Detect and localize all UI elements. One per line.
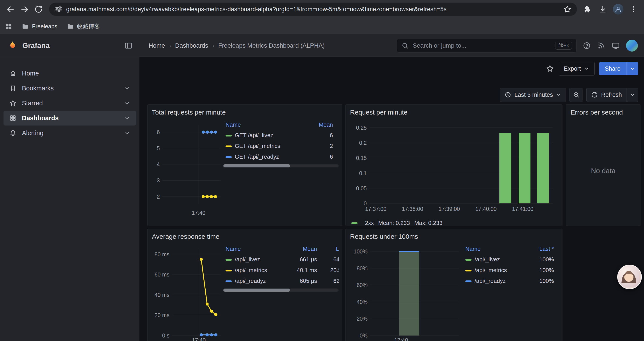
series-name[interactable]: GET /api/_readyz xyxy=(235,153,279,160)
star-outline-icon[interactable] xyxy=(546,64,554,73)
user-avatar[interactable] xyxy=(626,40,638,52)
average-response-time-legend: NameMeanLast */api/_livez661 µs646 µs/ap… xyxy=(223,243,339,341)
sidebar-item-bookmarks[interactable]: Bookmarks xyxy=(4,81,136,96)
export-button[interactable]: Export xyxy=(559,62,595,76)
time-range-picker[interactable]: Last 5 minutes xyxy=(500,88,566,102)
news-icon[interactable] xyxy=(597,42,606,50)
series-mean: Mean: 0.233 xyxy=(378,220,410,226)
share-button[interactable]: Share xyxy=(599,62,626,75)
average-response-time-chart[interactable]: 80 ms60 ms40 ms20 ms0 s17:40 xyxy=(151,243,223,341)
bookmarks-icon xyxy=(9,85,17,92)
svg-text:80 ms: 80 ms xyxy=(154,251,170,257)
forward-button[interactable] xyxy=(18,3,31,16)
series-value: 605 µs xyxy=(286,276,319,286)
dock-sidebar-icon[interactable] xyxy=(124,41,133,50)
series-name[interactable]: GET /api/_livez xyxy=(235,132,273,138)
apps-grid-icon[interactable] xyxy=(5,22,13,30)
series-name[interactable]: /api/_livez xyxy=(235,256,260,263)
url-text[interactable]: grafana.mathmast.com/d/deytv4rwavabkb/fr… xyxy=(66,6,560,13)
site-settings-icon[interactable] xyxy=(54,5,63,14)
series-name[interactable]: /api/_readyz xyxy=(235,278,266,284)
panel-title[interactable]: Requests under 100ms xyxy=(350,233,558,240)
svg-text:17:40: 17:40 xyxy=(394,337,408,341)
downloads-button[interactable] xyxy=(596,3,609,16)
bookmark-item[interactable]: Freeleaps xyxy=(18,21,61,32)
series-name[interactable]: GET /api/_metrics xyxy=(235,143,280,149)
reload-button[interactable] xyxy=(32,3,45,16)
legend-row: /api/_readyz100% xyxy=(463,276,556,286)
bookmark-star-icon[interactable] xyxy=(563,5,572,14)
legend-row: GET /api/_readyz6 xyxy=(223,151,335,162)
display-icon[interactable] xyxy=(612,42,620,50)
series-value: 646 µs xyxy=(319,254,339,265)
svg-text:3: 3 xyxy=(157,177,160,183)
series-name[interactable]: /api/_livez xyxy=(474,256,500,263)
chevron-down-icon[interactable] xyxy=(124,130,130,136)
scrollbar-thumb[interactable] xyxy=(223,288,290,292)
requests-under-100ms-legend: NameLast */api/_livez100%/api/_metrics10… xyxy=(463,243,559,341)
sidebar-item-home[interactable]: Home xyxy=(4,66,136,81)
series-color-swatch xyxy=(465,270,472,271)
sidebar-item-alerting[interactable]: Alerting xyxy=(4,126,136,140)
extensions-button[interactable] xyxy=(581,3,594,16)
zoom-out-button[interactable] xyxy=(569,88,583,102)
series-value: 2 xyxy=(308,141,335,151)
download-icon xyxy=(599,5,607,14)
series-name[interactable]: 2xx xyxy=(365,220,374,226)
grafana-logo[interactable] xyxy=(6,40,18,51)
refresh-icon xyxy=(591,91,598,98)
legend-column-header[interactable]: Last * xyxy=(529,244,556,254)
panel-average-response-time: Average response time 80 ms60 ms40 ms20 … xyxy=(147,229,342,341)
legend-column-header[interactable]: Name xyxy=(463,244,529,254)
svg-text:20 ms: 20 ms xyxy=(154,312,170,318)
search-box[interactable]: ⌘+k xyxy=(397,39,576,53)
panel-title[interactable]: Average response time xyxy=(152,233,338,240)
breadcrumb-item[interactable]: Dashboards xyxy=(175,42,208,49)
series-name[interactable]: /api/_readyz xyxy=(474,278,506,284)
request-per-minute-legend: 2xx Mean: 0.233 Max: 0.233 xyxy=(349,219,559,227)
legend-column-header[interactable]: Name xyxy=(223,244,286,254)
browser-menu-button[interactable] xyxy=(627,3,640,16)
legend-horizontal-scrollbar[interactable] xyxy=(223,288,339,292)
chevron-down-icon[interactable] xyxy=(124,85,130,91)
panel-title[interactable]: Total requests per minute xyxy=(152,109,338,116)
address-bar[interactable]: grafana.mathmast.com/d/deytv4rwavabkb/fr… xyxy=(49,3,577,16)
refresh-label: Refresh xyxy=(601,92,622,98)
sidebar-item-starred[interactable]: Starred xyxy=(4,96,136,111)
chevron-down-icon[interactable] xyxy=(124,115,130,121)
bookmark-item[interactable]: 收藏博客 xyxy=(63,21,104,32)
dashboards-icon xyxy=(9,114,17,122)
legend-column-header[interactable]: Name xyxy=(223,120,308,130)
series-name[interactable]: /api/_metrics xyxy=(474,267,507,273)
series-name[interactable]: /api/_metrics xyxy=(235,267,267,273)
profile-button[interactable] xyxy=(612,3,625,16)
sidebar-item-dashboards[interactable]: Dashboards xyxy=(4,111,136,126)
breadcrumb-item[interactable]: Home xyxy=(148,42,165,49)
request-per-minute-chart[interactable]: 0.250.20.150.10.05017:37:0017:38:0017:39… xyxy=(349,119,559,219)
panel-title[interactable]: Errors per second xyxy=(570,109,636,116)
series-value: 20.5 ms xyxy=(319,265,339,276)
legend-horizontal-scrollbar[interactable] xyxy=(223,164,339,167)
back-button[interactable] xyxy=(4,3,17,16)
sidebar-item-label: Home xyxy=(22,70,39,77)
folder-icon xyxy=(22,23,29,30)
legend-column-header[interactable]: Last * xyxy=(319,244,339,254)
legend-column-header[interactable]: Mean xyxy=(286,244,319,254)
scrollbar-thumb[interactable] xyxy=(223,164,290,167)
toolbar-right-icons xyxy=(581,3,640,16)
floating-assistant-avatar[interactable] xyxy=(617,265,642,289)
search-icon xyxy=(401,42,409,49)
panel-title[interactable]: Request per minute xyxy=(350,109,558,116)
svg-text:17:37:00: 17:37:00 xyxy=(365,206,386,212)
series-value: 100% xyxy=(529,276,556,286)
search-input[interactable] xyxy=(412,42,552,49)
share-menu-button[interactable] xyxy=(626,62,638,75)
refresh-interval-button[interactable] xyxy=(626,88,638,102)
total-requests-chart[interactable]: 6543217:40 xyxy=(151,119,223,223)
requests-under-100ms-chart[interactable]: 100%80%60%40%20%0%17:40 xyxy=(349,243,463,341)
help-icon[interactable] xyxy=(582,42,591,50)
series-value: 100% xyxy=(529,254,556,265)
legend-column-header[interactable]: Mean xyxy=(308,120,335,130)
chevron-down-icon[interactable] xyxy=(124,100,130,106)
refresh-button[interactable]: Refresh xyxy=(586,88,626,102)
